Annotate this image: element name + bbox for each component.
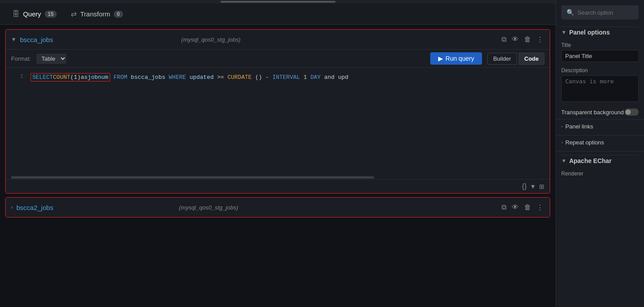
- transparent-bg-toggle[interactable]: [625, 109, 639, 116]
- format-label: Format:: [11, 55, 31, 62]
- sql-paren: (1): [70, 74, 81, 81]
- sql-interval-num: 1: [304, 74, 311, 81]
- panel-options-header[interactable]: ▼ Panel options: [561, 27, 639, 39]
- eye-icon-bscca-jobs[interactable]: 👁: [511, 35, 520, 44]
- editor-bottom-bar: {} ▾ ⊞: [6, 179, 550, 193]
- repeat-options-header[interactable]: › Repeat options: [561, 139, 639, 146]
- sql-as: as: [81, 74, 88, 81]
- top-scrollbar-thumb[interactable]: [220, 1, 335, 3]
- tab-query-label: Query: [23, 10, 41, 18]
- description-textarea[interactable]: [561, 75, 639, 102]
- repeat-options-label: Repeat options: [565, 139, 604, 146]
- format-select[interactable]: Table: [36, 54, 66, 64]
- panel-links-section: › Panel links: [556, 119, 644, 135]
- tab-bar: 🗄 Query 15 ⇄ Transform 0: [0, 4, 555, 25]
- sql-from: FROM: [113, 74, 131, 81]
- panel-options-section: ▼ Panel options Title Description Transp…: [556, 27, 644, 119]
- datasource-name-bscca-jobs: bscca_jobs: [20, 36, 178, 43]
- sql-interval: INTERVAL: [272, 74, 300, 81]
- datasource-db-bscca-jobs: (mysql_qos0_stg_jobs): [181, 36, 497, 43]
- query-toolbar: Format: Table ▶ Run query Builder Code: [6, 49, 550, 67]
- sql-day: DAY: [310, 74, 320, 81]
- datasource-db-bscca2-jobs: (mysql_qos0_stg_jobs): [179, 204, 497, 211]
- search-box[interactable]: 🔍: [561, 5, 639, 19]
- apache-echarts-chevron: ▼: [561, 158, 567, 164]
- tab-query-badge: 15: [45, 11, 57, 18]
- title-input[interactable]: [561, 50, 639, 62]
- repeat-options-section: › Repeat options: [556, 135, 644, 151]
- run-query-label: Run query: [446, 55, 474, 62]
- datasource-header-bscca-jobs: ▼ bscca_jobs (mysql_qos0_stg_jobs) ⧉ 👁 🗑…: [6, 30, 550, 49]
- tab-transform-badge: 0: [114, 11, 123, 18]
- transparent-bg-label: Transparent background: [561, 109, 624, 116]
- toggle-thumb: [625, 109, 631, 115]
- sql-curdate: CURDATE: [228, 74, 252, 81]
- sql-count-function: COUNT: [53, 74, 70, 81]
- datasource-header-bscca2-jobs: › bscca2_jobs (mysql_qos0_stg_jobs) ⧉ 👁 …: [6, 198, 550, 217]
- transparent-bg-row: Transparent background: [561, 109, 639, 116]
- sql-editor[interactable]: 1 SELECT COUNT (1) as jobnum FROM bscca_…: [6, 67, 550, 175]
- line-number-1: 1: [11, 73, 23, 80]
- panel-links-header[interactable]: › Panel links: [561, 123, 639, 130]
- transform-icon: ⇄: [71, 10, 77, 18]
- code-button[interactable]: Code: [519, 53, 545, 65]
- database-icon: 🗄: [12, 10, 19, 18]
- tab-query[interactable]: 🗄 Query 15: [7, 7, 62, 22]
- sql-line-1: 1 SELECT COUNT (1) as jobnum FROM bscca_…: [6, 73, 550, 82]
- sql-where: WHERE: [169, 74, 189, 81]
- sql-updated: updated: [189, 74, 214, 81]
- main-panel: 🗄 Query 15 ⇄ Transform 0 ▼ bscca_jobs (m…: [0, 0, 555, 307]
- top-scrollbar: [0, 0, 555, 4]
- datasource-chevron-bscca2-jobs[interactable]: ›: [11, 204, 13, 210]
- query-section: ▼ bscca_jobs (mysql_qos0_stg_jobs) ⧉ 👁 🗑…: [0, 25, 555, 307]
- datasource-chevron-bscca-jobs[interactable]: ▼: [11, 36, 16, 43]
- apache-echarts-label: Apache EChar: [569, 157, 612, 164]
- more-icon-bscca2-jobs[interactable]: ⋮: [536, 202, 544, 213]
- panel-links-chevron: ›: [561, 124, 563, 129]
- search-input[interactable]: [578, 9, 644, 16]
- sql-editor-empty[interactable]: [6, 82, 550, 170]
- panel-options-chevron: ▼: [561, 29, 567, 35]
- sql-table-name: bscca_jobs: [131, 74, 165, 81]
- expand-icon[interactable]: ▾: [530, 181, 536, 191]
- more-icon-bscca-jobs[interactable]: ⋮: [536, 35, 544, 45]
- datasource-actions-bscca2-jobs: ⧉ 👁 🗑 ⋮: [501, 202, 544, 213]
- datasource-block-bscca-jobs: ▼ bscca_jobs (mysql_qos0_stg_jobs) ⧉ 👁 🗑…: [5, 29, 550, 194]
- renderer-label: Renderer: [561, 171, 639, 177]
- sql-code-line-1: SELECT COUNT (1) as jobnum FROM bscca_jo…: [31, 73, 348, 82]
- builder-code-toggle: Builder Code: [487, 53, 544, 65]
- datasource-block-bscca2-jobs: › bscca2_jobs (mysql_qos0_stg_jobs) ⧉ 👁 …: [5, 197, 550, 218]
- right-panel: 🔍 ▼ Panel options Title Description Tran…: [555, 0, 644, 307]
- delete-icon-bscca2-jobs[interactable]: 🗑: [523, 202, 532, 212]
- title-label: Title: [561, 42, 639, 48]
- braces-icon[interactable]: {}: [522, 183, 527, 190]
- delete-icon-bscca-jobs[interactable]: 🗑: [523, 35, 532, 44]
- sql-curdate-paren: () -: [255, 74, 272, 81]
- sql-gte: >=: [217, 74, 228, 81]
- run-query-button[interactable]: ▶ Run query: [430, 52, 482, 65]
- datasource-name-bscca2-jobs: bscca2_jobs: [16, 204, 175, 211]
- panel-options-title: Panel options: [569, 29, 610, 36]
- description-label: Description: [561, 67, 639, 74]
- panel-links-label: Panel links: [565, 123, 593, 130]
- search-icon: 🔍: [567, 9, 574, 16]
- datasource-actions-bscca-jobs: ⧉ 👁 🗑 ⋮: [501, 35, 544, 45]
- apache-echarts-header[interactable]: ▼ Apache EChar: [561, 155, 639, 168]
- play-icon: ▶: [438, 55, 443, 62]
- editor-scrollbar[interactable]: [6, 175, 550, 179]
- sql-select-keyword: SELECT: [32, 74, 53, 81]
- repeat-options-chevron: ›: [561, 140, 563, 145]
- apache-echarts-section: ▼ Apache EChar Renderer: [556, 151, 644, 182]
- sql-and: and upd: [324, 74, 348, 81]
- tab-transform[interactable]: ⇄ Transform 0: [66, 6, 128, 22]
- builder-button[interactable]: Builder: [487, 53, 517, 65]
- sql-jobnum: jobnum: [88, 74, 108, 81]
- eye-icon-bscca2-jobs[interactable]: 👁: [511, 202, 520, 212]
- grid-icon[interactable]: ⊞: [539, 183, 544, 190]
- tab-transform-label: Transform: [80, 10, 110, 18]
- editor-scrollbar-thumb[interactable]: [11, 176, 374, 179]
- copy-icon-bscca2-jobs[interactable]: ⧉: [501, 202, 507, 212]
- copy-icon-bscca-jobs[interactable]: ⧉: [501, 35, 507, 44]
